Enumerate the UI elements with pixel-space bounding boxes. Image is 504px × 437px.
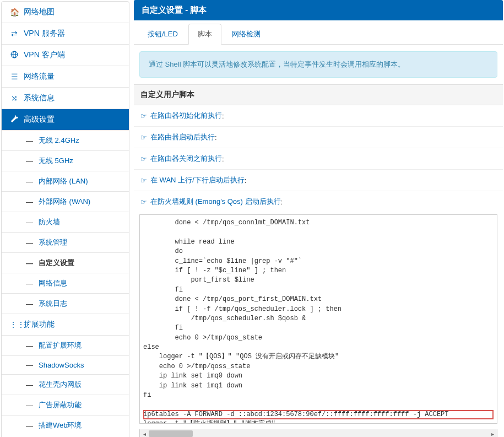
- tab-netcheck[interactable]: 网络检测: [223, 24, 270, 44]
- sidebar-sub-wireless24[interactable]: —无线 2.4GHz: [2, 131, 129, 151]
- grid-icon: ⋮⋮⋮: [9, 320, 19, 329]
- sidebar-sub-wireless5[interactable]: —无线 5GHz: [2, 151, 129, 171]
- sidebar-sub-syslog[interactable]: —系统日志: [2, 294, 129, 314]
- tab-button-led[interactable]: 按钮/LED: [138, 24, 187, 44]
- dash-icon: —: [26, 198, 33, 206]
- sidebar-sub-firewall[interactable]: —防火墙: [2, 212, 129, 233]
- dash-icon: —: [26, 157, 33, 165]
- dash-icon: —: [26, 218, 33, 226]
- script-row-firewall[interactable]: ☞ 在防火墙规则 (Emong's Qos) 启动后执行:: [134, 191, 503, 212]
- script-editor-wrap: done < /tmp/qos_connlmt_DOMAIN.txt while…: [139, 214, 497, 424]
- sidebar-sub-lan[interactable]: —内部网络 (LAN): [2, 171, 129, 192]
- globe-icon: [9, 51, 19, 60]
- sidebar-item-sysinfo[interactable]: ⤭ 系统信息: [2, 88, 129, 109]
- horizontal-scrollbar[interactable]: ◂ ▸: [139, 429, 497, 437]
- sidebar-sub-custom[interactable]: —自定义设置: [2, 253, 129, 273]
- dash-icon: —: [26, 342, 33, 350]
- dash-icon: —: [26, 239, 33, 247]
- sidebar-label: 网络地图: [24, 7, 55, 17]
- sidebar-item-extensions[interactable]: ⋮⋮⋮ 扩展功能: [2, 314, 129, 336]
- sidebar-label: VPN 客户端: [24, 50, 65, 60]
- retweet-icon: ⇄: [9, 29, 19, 38]
- sidebar-sub-extenv[interactable]: —配置扩展环境: [2, 336, 129, 356]
- sidebar-item-advanced[interactable]: 高级设置: [2, 109, 129, 131]
- hand-icon: ☞: [140, 112, 147, 120]
- info-box: 通过 Shell 脚本可以灵活地修改系统配置，当特定事件发生时会调用相应的脚本。: [139, 51, 497, 78]
- tab-script[interactable]: 脚本: [188, 24, 221, 45]
- wrench-icon: [9, 115, 19, 125]
- script-row-init[interactable]: ☞ 在路由器初始化前执行:: [134, 105, 503, 127]
- dash-icon: —: [26, 177, 33, 186]
- tabs: 按钮/LED 脚本 网络检测: [134, 20, 503, 45]
- scroll-thumb[interactable]: [149, 430, 193, 437]
- sidebar-sub-netinfo[interactable]: —网络信息: [2, 273, 129, 294]
- sidebar-sub-adblock[interactable]: —广告屏蔽功能: [2, 395, 129, 416]
- section-header: 自定义用户脚本: [134, 84, 503, 105]
- scroll-right-icon[interactable]: ▸: [488, 429, 497, 437]
- script-textarea[interactable]: done < /tmp/qos_connlmt_DOMAIN.txt while…: [139, 214, 497, 424]
- sidebar-label: 扩展功能: [24, 320, 55, 330]
- sidebar: 🏠 网络地图 ⇄ VPN 服务器 VPN 客户端 ☰ 网络流量 ⤭ 系统信息 高…: [1, 1, 129, 437]
- sidebar-label: 网络流量: [24, 72, 55, 82]
- sidebar-item-traffic[interactable]: ☰ 网络流量: [2, 66, 129, 88]
- sidebar-item-vpn-client[interactable]: VPN 客户端: [2, 45, 129, 66]
- script-row-wan[interactable]: ☞ 在 WAN 上行/下行启动后执行:: [134, 170, 503, 191]
- hand-icon: ☞: [140, 176, 147, 185]
- sidebar-sub-shadowsocks[interactable]: —ShadowSocks: [2, 356, 129, 375]
- hand-icon: ☞: [140, 133, 147, 142]
- hand-icon: ☞: [140, 155, 147, 163]
- dash-icon: —: [26, 279, 33, 288]
- random-icon: ⤭: [9, 94, 19, 102]
- scroll-left-icon[interactable]: ◂: [140, 429, 149, 437]
- dash-icon: —: [26, 401, 33, 409]
- script-row-shutdown[interactable]: ☞ 在路由器关闭之前执行:: [134, 148, 503, 170]
- home-icon: 🏠: [9, 8, 19, 17]
- sidebar-item-network-map[interactable]: 🏠 网络地图: [2, 2, 129, 23]
- dash-icon: —: [26, 259, 33, 267]
- page-title: 自定义设置 - 脚本: [134, 0, 503, 20]
- dash-icon: —: [26, 137, 33, 145]
- dash-icon: —: [26, 422, 33, 430]
- sidebar-label: 系统信息: [24, 93, 55, 103]
- sidebar-label: 高级设置: [24, 115, 55, 125]
- sidebar-sub-webenv[interactable]: —搭建Web环境: [2, 416, 129, 435]
- dash-icon: —: [26, 300, 33, 308]
- dash-icon: —: [26, 381, 33, 389]
- signal-icon: ☰: [9, 72, 19, 81]
- script-row-start[interactable]: ☞ 在路由器启动后执行:: [134, 127, 503, 148]
- main-content: 自定义设置 - 脚本 按钮/LED 脚本 网络检测 通过 Shell 脚本可以灵…: [131, 0, 504, 437]
- hand-icon: ☞: [140, 198, 147, 206]
- sidebar-sub-sysmanage[interactable]: —系统管理: [2, 233, 129, 253]
- sidebar-sub-wan[interactable]: —外部网络 (WAN): [2, 192, 129, 212]
- sidebar-sub-oray[interactable]: —花生壳内网版: [2, 375, 129, 395]
- sidebar-label: VPN 服务器: [24, 29, 65, 39]
- dash-icon: —: [26, 361, 33, 369]
- sidebar-item-vpn-server[interactable]: ⇄ VPN 服务器: [2, 23, 129, 45]
